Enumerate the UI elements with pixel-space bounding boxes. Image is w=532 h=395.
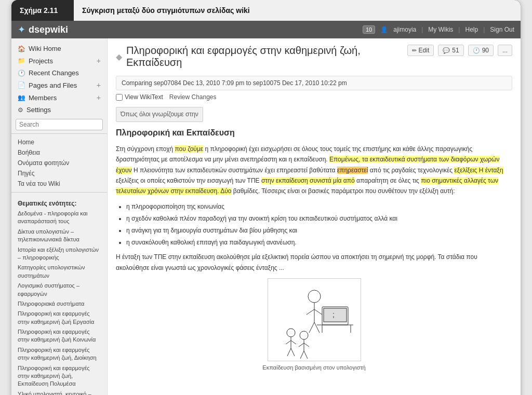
list-item-0: η πληροφοριοποίηση της κοινωνίας (126, 202, 512, 212)
view-wikitext-checkbox[interactable] (116, 94, 123, 101)
svg-rect-7 (324, 308, 347, 322)
sidebar-item-label: Recent Changes (29, 69, 79, 77)
figure-title: Σύγκριση μεταξύ δύο στιγμιότυπων σελίδας… (74, 0, 521, 21)
title-bar: Σχήμα 2.11 Σύγκριση μεταξύ δύο στιγμιότυ… (11, 0, 521, 21)
view-wikitext-option[interactable]: View WikiText (116, 93, 163, 101)
highlight-1: που ζούμε (175, 145, 203, 153)
sidebar-item-label: Settings (26, 106, 51, 114)
sidebar-plain-sources[interactable]: Πηγές (11, 168, 107, 179)
diff-list: η πληροφοριοποίηση της κοινωνίας η σχεδό… (126, 202, 512, 248)
sidebar-item-label: Projects (29, 57, 53, 65)
list-item-1: η σχεδόν καθολικά πλέον παραδοχή για την… (126, 214, 512, 224)
add-page-icon[interactable]: + (97, 81, 101, 89)
sidebar-sub-item-1[interactable]: Δίκτυα υπολογιστών – τηλεπικοινωνιακά δί… (11, 227, 107, 245)
sidebar-sub-item-9[interactable]: Πληροφορική και εφαρμογές στην καθημεριν… (11, 363, 107, 389)
edit-button[interactable]: ✏ Edit (407, 45, 434, 56)
wiki-app: ✦ dsepwiki 10 👤 ajimoyia | My Wikis | He… (11, 21, 521, 395)
sidebar-search[interactable] (16, 119, 103, 130)
svg-line-21 (304, 343, 309, 347)
diff-section-title: Πληροφορική και Εκπαίδευση (116, 126, 512, 140)
sidebar-section-title: Θεματικές ενότητες: (11, 196, 107, 209)
sidebar-sub-item-4[interactable]: Λογισμικό συστήματος – εφαρμογών (11, 281, 107, 299)
settings-icon: ⚙ (18, 106, 23, 114)
diff-context-box: Όπως όλοι γνωρίζουμε στην (116, 107, 203, 122)
sidebar-sub-item-7[interactable]: Πληροφορική και εφαρμογές στην καθημεριν… (11, 327, 107, 345)
list-item-2: η ανάγκη για τη δημιουργία συστημάτων δι… (126, 226, 512, 236)
sidebar-divider (11, 133, 107, 134)
figure-label: Σχήμα 2.11 (11, 0, 74, 21)
clock-icon: 🕐 (473, 47, 480, 54)
comment-icon: 💬 (443, 47, 450, 54)
comments-button[interactable]: 💬 51 (438, 45, 463, 56)
sidebar-divider-2 (11, 192, 107, 193)
help-link[interactable]: Help (465, 26, 478, 33)
sidebar-plain-help[interactable]: Βοήθεια (11, 147, 107, 158)
sidebar-sub-item-3[interactable]: Κατηγορίες υπολογιστικών συστημάτων (11, 263, 107, 281)
page-actions: ✏ Edit 💬 51 🕐 90 ... (407, 45, 512, 56)
logo-icon: ✦ (18, 24, 25, 35)
svg-text:;: ; (332, 310, 335, 319)
sidebar-plain-home[interactable]: Home (11, 137, 107, 147)
image-caption: Εκπαίδευση βασισμένη στον υπολογιστή (262, 363, 365, 373)
svg-point-18 (300, 331, 308, 339)
more-button[interactable]: ... (498, 45, 512, 56)
comparing-bar: Comparing sep07084 Dec 13, 2010 7:09 pm … (116, 76, 512, 90)
sidebar-item-members[interactable]: 👥 Members + (11, 91, 107, 104)
user-icon: 👤 (380, 26, 388, 33)
sidebar-item-label: Wiki Home (29, 45, 61, 52)
sidebar-item-pages-files[interactable]: 📄 Pages and Files + (11, 79, 107, 91)
svg-point-0 (308, 290, 321, 303)
comparing-text: Comparing sep07084 Dec 13, 2010 7:09 pm … (122, 79, 347, 87)
sidebar-sub-item-2[interactable]: Ιστορία και εξέλιξη υπολογιστών – πληροφ… (11, 245, 107, 263)
add-project-icon[interactable]: + (97, 57, 101, 65)
svg-point-12 (287, 329, 295, 337)
svg-line-16 (287, 348, 291, 356)
diff-content: Όπως όλοι γνωρίζουμε στην Πληροφορική κα… (116, 107, 512, 373)
svg-line-5 (314, 322, 320, 333)
svg-line-14 (286, 340, 291, 344)
username-link[interactable]: ajimoyia (393, 26, 416, 33)
logo-area: ✦ dsepwiki (18, 24, 68, 35)
sidebar-plain-news[interactable]: Τα νέα του Wiki (11, 179, 107, 189)
sidebar-sub-item-8[interactable]: Πληροφορική και εφαρμογές στην καθημεριν… (11, 345, 107, 363)
notification-badge: 10 (363, 25, 375, 34)
sidebar-item-settings[interactable]: ⚙ Settings (11, 104, 107, 116)
top-nav: ✦ dsepwiki 10 👤 ajimoyia | My Wikis | He… (11, 21, 521, 38)
content-area: ◆ Πληροφορική και εφαρμογές στην καθημερ… (108, 38, 521, 395)
sidebar-item-wiki-home[interactable]: 🏠 Wiki Home (11, 43, 107, 55)
top-nav-right: 10 👤 ajimoyia | My Wikis | Help | Sign O… (363, 25, 514, 34)
search-input[interactable] (16, 119, 103, 130)
my-wikis-link[interactable]: My Wikis (428, 26, 453, 33)
sketch-image: ; (268, 278, 361, 361)
sidebar-item-label: Members (29, 94, 57, 102)
sidebar-sub-item-10[interactable]: Υλικό υπολογιστή, κεντρικό – περιφερειακ… (11, 389, 107, 395)
sidebar-sub-item-0[interactable]: Δεδομένα - πληροφορία και αναπαράστασή τ… (11, 209, 107, 227)
highlight-4: εξελίξεις Η ένταξη (454, 167, 503, 174)
views-count: 90 (482, 47, 489, 54)
diff-paragraph-1: Στη σύγχρονη εποχή που ζούμε η πληροφορι… (116, 144, 512, 197)
main-layout: 🏠 Wiki Home 📁 Projects + 🕐 Recent Change… (11, 38, 521, 395)
sidebar-sub-item-6[interactable]: Πληροφορική και εφαρμογές στην καθημεριν… (11, 309, 107, 327)
projects-icon: 📁 (18, 57, 25, 64)
page-title-text: Πληροφορική και εφαρμογές στην καθημεριν… (126, 45, 407, 69)
logo-text: dsepwiki (29, 24, 68, 35)
sign-out-link[interactable]: Sign Out (490, 26, 514, 33)
highlight-2: Επομένως, τα εκπαιδευτικά συστήματα των … (116, 156, 499, 173)
comments-count: 51 (452, 47, 459, 54)
review-changes-link[interactable]: Review Changes (169, 93, 217, 101)
page-title: ◆ Πληροφορική και εφαρμογές στην καθημερ… (116, 45, 407, 69)
add-member-icon[interactable]: + (97, 93, 101, 102)
view-options: View WikiText Review Changes (116, 93, 512, 101)
sidebar-sub-item-5[interactable]: Πληροφοριακά συστήματα (11, 299, 107, 309)
highlight-5: στην εκπαίδευση συνιστά μία από (261, 177, 355, 184)
sidebar-plain-names[interactable]: Ονόματα φοιτητών (11, 158, 107, 168)
sidebar-item-recent-changes[interactable]: 🕐 Recent Changes (11, 67, 107, 79)
svg-line-20 (299, 343, 304, 347)
home-icon: 🏠 (18, 45, 25, 52)
sidebar-item-projects[interactable]: 📁 Projects + (11, 55, 107, 67)
edit-label: Edit (419, 47, 430, 54)
svg-line-15 (291, 340, 296, 344)
views-button[interactable]: 🕐 90 (468, 45, 494, 56)
recent-changes-icon: 🕐 (18, 70, 25, 77)
outer-frame: Σχήμα 2.11 Σύγκριση μεταξύ δύο στιγμιότυ… (11, 0, 521, 395)
